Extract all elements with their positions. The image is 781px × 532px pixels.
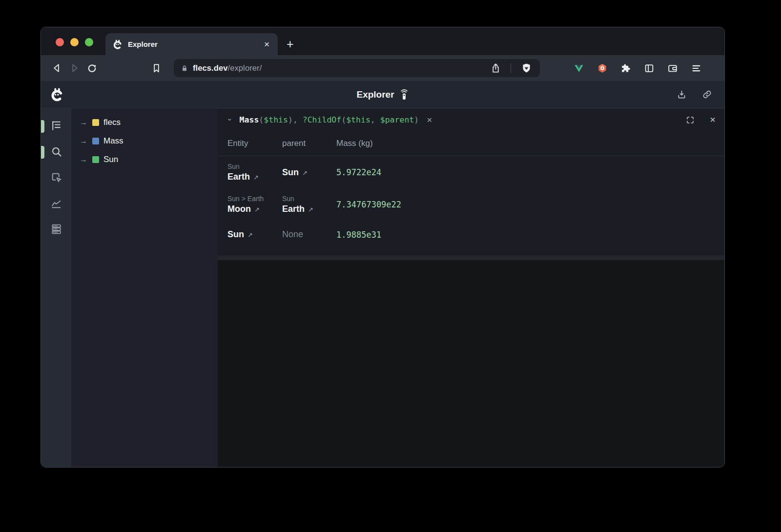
- tree-panel-icon[interactable]: [50, 119, 62, 132]
- query-token: ): [414, 115, 419, 124]
- expand-arrow-icon[interactable]: →: [79, 137, 88, 145]
- sidebar-toggle-icon[interactable]: [640, 60, 658, 77]
- browser-window: Explorer × +: [41, 27, 725, 468]
- panel-resize-handle[interactable]: [218, 255, 724, 260]
- memory-panel-icon[interactable]: [50, 223, 62, 235]
- expand-arrow-icon[interactable]: →: [79, 118, 88, 127]
- entity-link[interactable]: Earth↗: [227, 172, 282, 182]
- query-token: Mass: [240, 115, 259, 124]
- vue-devtools-extension-icon[interactable]: [570, 60, 588, 77]
- query-token: ): [288, 115, 293, 124]
- tree-item-label: flecs: [103, 118, 121, 127]
- url-domain: flecs.dev: [193, 63, 228, 72]
- inspector-panel-icon[interactable]: [50, 171, 62, 184]
- extensions-area: [570, 60, 705, 77]
- query-token: $this: [346, 115, 370, 124]
- close-panel-icon[interactable]: ×: [710, 114, 716, 125]
- address-bar[interactable]: flecs.dev/explorer/: [174, 59, 540, 77]
- menu-hamburger-icon[interactable]: [687, 60, 705, 77]
- query-token: ,: [370, 115, 380, 124]
- active-panel-indicator-tree: [41, 120, 44, 133]
- table-row: Sun↗ None 1.9885e31: [218, 221, 724, 248]
- tree-item-flecs[interactable]: → flecs: [71, 113, 218, 132]
- entity-color-square: [92, 156, 99, 163]
- new-tab-button[interactable]: +: [287, 38, 294, 50]
- external-link-icon: ↗: [254, 206, 260, 213]
- expand-arrow-icon[interactable]: →: [79, 155, 88, 164]
- back-button[interactable]: [48, 60, 65, 77]
- mass-value: 7.34767309e22: [336, 200, 724, 209]
- browser-tab[interactable]: Explorer ×: [105, 33, 278, 55]
- query-token: (: [341, 115, 346, 124]
- external-link-icon: ↗: [308, 206, 313, 213]
- parent-path: Sun: [282, 195, 336, 203]
- external-link-icon: ↗: [247, 231, 253, 239]
- search-query-panel-icon[interactable]: [50, 145, 62, 158]
- browser-toolbar: flecs.dev/explorer/: [41, 55, 724, 81]
- query-bar: ⌄ Mass($this), ?ChildOf($this, $parent) …: [218, 109, 724, 131]
- brave-shield-icon[interactable]: [517, 60, 535, 77]
- column-header-entity: Entity: [218, 139, 282, 148]
- fullscreen-icon[interactable]: [681, 111, 699, 129]
- collapse-chevron-icon[interactable]: ⌄: [226, 114, 233, 123]
- entity-link[interactable]: Moon↗: [227, 204, 282, 214]
- main-content: ⌄ Mass($this), ?ChildOf($this, $parent) …: [218, 108, 724, 467]
- extensions-puzzle-icon[interactable]: [617, 60, 635, 77]
- entity-color-square: [92, 138, 99, 144]
- url-path: /explorer/: [228, 63, 262, 72]
- tab-close-icon[interactable]: ×: [263, 40, 271, 49]
- reload-button[interactable]: [83, 60, 101, 77]
- flecs-favicon-icon: [112, 39, 123, 50]
- query-token: ,: [293, 115, 303, 124]
- share-icon[interactable]: [487, 60, 504, 77]
- clear-query-icon[interactable]: ×: [427, 115, 432, 125]
- active-panel-indicator-query: [41, 146, 44, 159]
- tab-title: Explorer: [128, 40, 258, 48]
- screen: Explorer × +: [0, 0, 781, 532]
- lock-icon: [181, 64, 188, 72]
- download-icon[interactable]: [673, 86, 690, 103]
- query-token: $parent: [380, 115, 414, 124]
- forward-button[interactable]: [65, 60, 83, 77]
- parent-link[interactable]: Earth↗: [282, 204, 336, 214]
- query-token: (: [259, 115, 264, 124]
- panel-iconbar: [41, 108, 71, 467]
- query-token: $this: [264, 115, 288, 124]
- table-row: Sun Earth↗ Sun↗ 5.9722e24: [218, 156, 724, 188]
- tree-item-label: Sun: [103, 155, 118, 164]
- tree-item-sun[interactable]: → Sun: [71, 150, 218, 169]
- flecs-logo-icon: [50, 87, 64, 102]
- external-link-icon: ↗: [253, 174, 259, 181]
- column-header-parent: parent: [282, 139, 336, 148]
- tab-strip: Explorer × +: [41, 27, 724, 55]
- tree-item-label: Mass: [103, 136, 123, 146]
- query-panel: ⌄ Mass($this), ?ChildOf($this, $parent) …: [218, 108, 724, 260]
- minimize-window-button[interactable]: [70, 38, 79, 46]
- results-table-header: Entity parent Mass (kg): [218, 131, 724, 156]
- parent-link[interactable]: Sun↗: [282, 167, 336, 178]
- column-header-mass: Mass (kg): [336, 139, 724, 148]
- page-body: → flecs → Mass → Sun: [41, 108, 724, 467]
- mass-value: 5.9722e24: [336, 167, 724, 177]
- share-link-icon[interactable]: [698, 86, 716, 103]
- stats-panel-icon[interactable]: [50, 197, 62, 209]
- query-expression[interactable]: Mass($this), ?ChildOf($this, $parent): [240, 115, 419, 124]
- wallet-icon[interactable]: [664, 60, 681, 77]
- entity-path: Sun: [227, 163, 282, 170]
- tree-item-mass[interactable]: → Mass: [71, 132, 218, 150]
- page-title: Explorer: [356, 89, 394, 100]
- table-row: Sun > Earth Moon↗ Sun Earth↗ 7.34767309e…: [218, 188, 724, 221]
- close-window-button[interactable]: [56, 38, 64, 46]
- connection-remote-icon: [399, 89, 409, 101]
- bookmark-icon[interactable]: [147, 60, 165, 77]
- mass-value: 1.9885e31: [336, 230, 724, 240]
- entity-color-square: [92, 119, 99, 126]
- entity-tree-panel: → flecs → Mass → Sun: [71, 108, 218, 467]
- zoom-window-button[interactable]: [85, 38, 93, 46]
- entity-path: Sun > Earth: [227, 195, 282, 203]
- external-link-icon: ↗: [302, 169, 308, 177]
- parent-none: None: [282, 229, 336, 240]
- entity-link[interactable]: Sun↗: [227, 229, 282, 240]
- hexagon-extension-icon[interactable]: [594, 60, 611, 77]
- explorer-header: Explorer: [41, 81, 724, 108]
